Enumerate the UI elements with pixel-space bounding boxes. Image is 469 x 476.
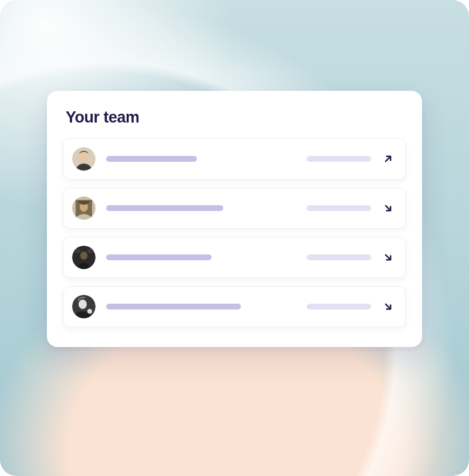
team-card: Your team	[47, 91, 422, 347]
team-row[interactable]	[63, 237, 406, 278]
svg-point-9	[74, 249, 81, 253]
svg-point-2	[79, 151, 89, 162]
avatar	[72, 246, 96, 269]
arrow-down-right-icon[interactable]	[382, 300, 395, 313]
name-skeleton	[106, 304, 241, 310]
team-row[interactable]	[63, 188, 406, 229]
avatar	[72, 147, 96, 171]
team-row[interactable]	[63, 286, 406, 327]
name-skeleton	[106, 156, 197, 162]
arrow-up-right-icon[interactable]	[382, 152, 395, 165]
svg-point-10	[87, 249, 94, 253]
name-skeleton	[106, 205, 223, 211]
arrow-down-right-icon[interactable]	[382, 251, 395, 264]
svg-point-8	[80, 251, 87, 260]
svg-point-13	[79, 300, 87, 309]
meta-skeleton	[307, 254, 371, 260]
avatar	[72, 295, 96, 318]
meta-skeleton	[307, 156, 371, 162]
team-row[interactable]	[63, 138, 406, 179]
name-skeleton	[106, 254, 212, 260]
meta-skeleton	[307, 304, 371, 310]
card-title: Your team	[63, 108, 406, 127]
svg-point-14	[87, 309, 92, 314]
avatar	[72, 196, 96, 220]
background-canvas: Your team	[0, 0, 469, 476]
arrow-down-right-icon[interactable]	[382, 202, 395, 215]
meta-skeleton	[307, 205, 371, 211]
